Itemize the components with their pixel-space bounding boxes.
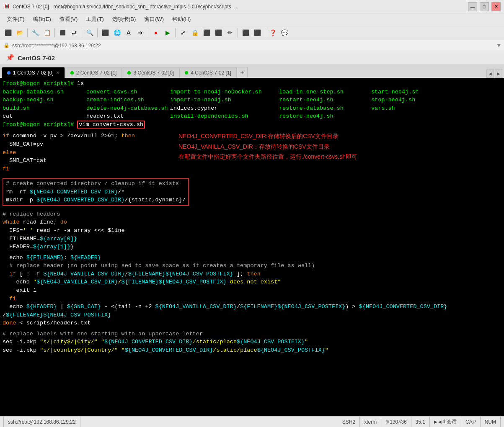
menu-tabs[interactable]: 选项卡(B) — [109, 15, 139, 24]
toolbar-btn-11[interactable]: ● — [150, 27, 161, 38]
menu-file[interactable]: 文件(F) — [3, 15, 28, 24]
term-line-1: [root@bogon scripts]# ls — [3, 80, 501, 88]
toolbar-sep-6 — [175, 28, 176, 37]
term-ifs: IFS=' ' read -r -a array <<< $line — [3, 226, 501, 235]
status-num-val: NUM — [485, 419, 496, 425]
toolbar-btn-8[interactable]: 🌐 — [111, 27, 122, 38]
red-bordered-block: # create converted directory / cleanup i… — [3, 178, 189, 206]
toolbar-btn-7[interactable]: ⬛ — [100, 27, 111, 38]
toolbar-btn-2[interactable]: 🔧 — [30, 27, 41, 38]
menu-help[interactable]: 帮助(H) — [169, 15, 194, 24]
ssh-bar: 🔒 ssh://root:**********@192.168.86.129:2… — [0, 40, 504, 51]
toolbar-btn-18[interactable]: ⬛ — [240, 27, 251, 38]
term-line-2: backup-database.sh convert-csvs.sh impor… — [3, 88, 501, 96]
close-button[interactable]: ✕ — [491, 2, 501, 11]
toolbar-btn-6[interactable]: 🔍 — [84, 27, 95, 38]
toolbar-btn-16[interactable]: ⬛ — [213, 27, 224, 38]
term-echo-pipe-cont: /${FILENAME}${NEO4J_CSV_POSTFIX} — [3, 311, 501, 319]
term-while: while read line; do — [3, 218, 501, 226]
term-script-area: if command -v pv > /dev/null 2>&1; then … — [3, 132, 501, 176]
term-line-4: build.sh delete-neo4j-database.sh indice… — [3, 104, 501, 113]
status-term: xterm — [360, 417, 381, 427]
status-size: ⊞ 130×36 — [381, 417, 411, 427]
size-icon: ⊞ — [385, 419, 389, 424]
toolbar-btn-13[interactable]: ⤢ — [178, 27, 189, 38]
status-pos: 35,1 — [411, 417, 430, 427]
toolbar-new[interactable]: ⬛ — [3, 27, 13, 38]
sessions-icon2: ◀ — [438, 419, 442, 424]
status-num: NUM — [481, 417, 501, 427]
toolbar-btn-9[interactable]: A — [123, 27, 134, 38]
tab-1-label: 1 CentOS 7-02 [0] — [13, 70, 54, 76]
menu-edit[interactable]: 编辑(E) — [30, 15, 54, 24]
app-icon: 🖥 — [3, 3, 10, 10]
toolbar-open[interactable]: 📂 — [14, 27, 25, 38]
status-bar: ssh://root@192.168.86.129:22 SSH2 xterm … — [0, 416, 504, 427]
term-comment-1: # create converted directory / cleanup i… — [6, 180, 186, 188]
term-comment-3: # replace header (no point using sed to … — [3, 262, 501, 270]
toolbar-sep-1 — [27, 28, 28, 37]
window-controls: — □ ✕ — [468, 2, 501, 11]
new-tab-button[interactable]: + — [237, 67, 248, 78]
toolbar-btn-4[interactable]: ⬛ — [57, 27, 68, 38]
term-if-f: if [ ! -f ${NEO4J_VANILLA_CSV_DIR}/${FIL… — [3, 270, 501, 278]
toolbar-btn-15[interactable]: ⬛ — [201, 27, 212, 38]
tab-next[interactable]: ▶ — [495, 69, 502, 78]
status-size-val: 130×36 — [390, 419, 406, 425]
menu-view[interactable]: 查看(V) — [56, 15, 81, 24]
tab-1[interactable]: 1 CentOS 7-02 [0] ✕ — [2, 67, 65, 78]
tab-prev[interactable]: ◀ — [486, 69, 494, 78]
annotation-block: NEO4J_CONVERTED_CSV_DIR:存储转换后的CSV文件目录 NE… — [178, 132, 463, 161]
tab-3-label: 3 CentOS 7-02 [0] — [133, 70, 174, 76]
tab-3[interactable]: 3 CentOS 7-02 [0] — [122, 67, 179, 78]
status-cap-val: CAP — [465, 419, 476, 425]
menu-tools[interactable]: 工具(T) — [83, 15, 107, 24]
toolbar-btn-5[interactable]: ⇄ — [69, 27, 80, 38]
term-echo-filename: echo ${FILENAME}: ${HEADER} — [3, 254, 501, 262]
toolbar-btn-12[interactable]: ▶ — [162, 27, 173, 38]
ssh-dropdown[interactable]: ▼ — [497, 42, 501, 49]
menu-window[interactable]: 窗口(W) — [141, 15, 167, 24]
term-fi2: fi — [3, 295, 501, 303]
tab-4-dot — [185, 71, 188, 75]
menu-bar: 文件(F) 编辑(E) 查看(V) 工具(T) 选项卡(B) 窗口(W) 帮助(… — [0, 13, 504, 25]
tab-2-dot — [70, 71, 74, 75]
toolbar-btn-19[interactable]: ⬛ — [252, 27, 263, 38]
toolbar-btn-20[interactable]: ❓ — [267, 27, 278, 38]
terminal[interactable]: [root@bogon scripts]# ls backup-database… — [0, 78, 504, 427]
term-comment-4: # replace labels with one starting with … — [3, 330, 501, 338]
toolbar-btn-14[interactable]: 🔒 — [189, 27, 200, 38]
toolbar-sep-2 — [54, 28, 55, 37]
status-sessions: ▶ ◀ 4 会话 — [430, 417, 461, 427]
toolbar: ⬛ 📂 🔧 📋 ⬛ ⇄ 🔍 ⬛ 🌐 A ➜ ● ▶ ⤢ 🔒 ⬛ ⬛ ✏ ⬛ ⬛ … — [0, 25, 504, 40]
term-done: done < scripts/headers.txt — [3, 319, 501, 327]
toolbar-btn-21[interactable]: 💬 — [279, 27, 290, 38]
term-line-5: cat headers.txt install-dependencies.sh … — [3, 112, 501, 121]
tab-3-dot — [127, 71, 131, 75]
maximize-button[interactable]: □ — [480, 2, 489, 11]
tab-4[interactable]: 4 CentOS 7-02 [1] — [179, 67, 237, 78]
status-ssh: ssh://root@192.168.86.129:22 — [3, 417, 80, 427]
toolbar-sep-7 — [238, 28, 238, 37]
tab-4-label: 4 CentOS 7-02 [1] — [191, 70, 231, 76]
tab-2[interactable]: 2 CentOS 7-02 [1] — [65, 67, 122, 78]
tab-1-close[interactable]: ✕ — [56, 70, 59, 75]
toolbar-btn-10[interactable]: ➜ — [135, 27, 146, 38]
term-comment-2: # replace headers — [3, 210, 501, 219]
term-line-mkdir: mkdir -p ${NEO4J_CONVERTED_CSV_DIR}/{sta… — [6, 196, 186, 204]
tab-1-dot — [7, 71, 10, 75]
annotation-line-2: NEO4J_VANILLA_CSV_DIR：存放待转换的CSV文件目录 — [178, 142, 463, 151]
toolbar-btn-17[interactable]: ✏ — [225, 27, 235, 38]
tab-bar: 1 CentOS 7-02 [0] ✕ 2 CentOS 7-02 [1] 3 … — [0, 65, 504, 78]
minimize-button[interactable]: — — [468, 2, 477, 11]
toolbar-btn-3[interactable]: 📋 — [41, 27, 52, 38]
title-bar: 🖥 CentOS 7-02 [0] - root@bogon:/usr/loca… — [0, 0, 504, 13]
status-xterm: xterm — [364, 419, 377, 425]
session-title-bar: 📌 CentOS 7-02 — [0, 51, 504, 65]
term-echo-pipe: echo ${HEADER} | ${SNB_CAT} - <(tail -n … — [3, 303, 501, 311]
annotation-line-3: 在配置文件中指定好两个文件夹路径位置，运行./convert-csvs.sh即可 — [178, 152, 463, 161]
ssh-address: ssh://root:**********@192.168.86.129:22 — [12, 43, 101, 49]
toolbar-sep-4 — [97, 28, 98, 37]
term-echo-notexist: echo "${NEO4J_VANILLA_CSV_DIR}/${FILENAM… — [3, 278, 501, 286]
term-exit: exit 1 — [3, 286, 501, 295]
